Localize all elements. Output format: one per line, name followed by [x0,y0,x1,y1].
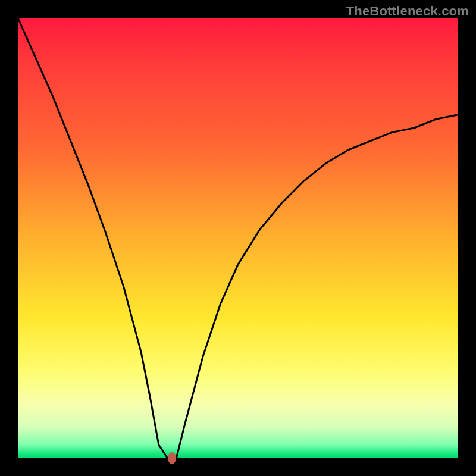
curve-path [18,18,458,458]
plot-area [18,18,458,458]
chart-stage: TheBottleneck.com [0,0,476,476]
bottleneck-curve [18,18,458,458]
optimal-marker [168,452,176,464]
watermark-text: TheBottleneck.com [346,4,469,19]
